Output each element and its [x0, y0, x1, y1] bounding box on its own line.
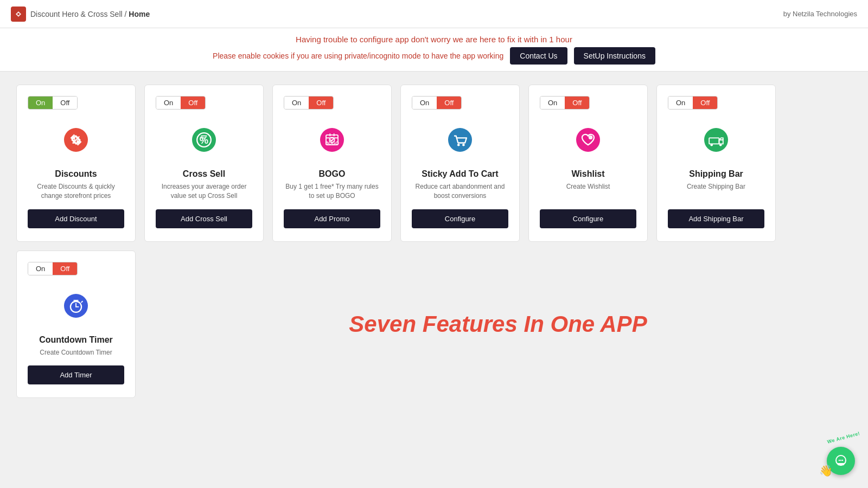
toggle-off-cross-sell[interactable]: Off: [181, 97, 205, 109]
toggle-on-bogo[interactable]: On: [284, 97, 309, 109]
promo-text: Seven Features In One APP: [144, 251, 852, 399]
svg-point-35: [840, 460, 841, 461]
svg-point-15: [448, 128, 472, 152]
card-btn-shipping-bar[interactable]: Add Shipping Bar: [668, 209, 764, 228]
toggle-sticky-cart[interactable]: On Off: [412, 96, 462, 110]
card-desc-countdown: Create Countdown Timer: [40, 348, 112, 357]
icon-bogo: BOGO: [310, 118, 354, 162]
svg-text:BOGO: BOGO: [325, 141, 339, 146]
svg-point-36: [842, 460, 843, 461]
contact-us-button[interactable]: Contact Us: [510, 47, 567, 65]
card-desc-cross-sell: Increases your average order value set u…: [156, 182, 252, 201]
svg-point-16: [457, 144, 460, 146]
icon-countdown: [54, 284, 98, 328]
card-bogo: On Off BOGO BOGO Buy 1 get 1 free* Try m…: [272, 85, 392, 242]
svg-point-22: [704, 128, 728, 152]
toggle-cross-sell[interactable]: On Off: [156, 96, 206, 110]
svg-text:%: %: [200, 134, 208, 146]
icon-wishlist: [566, 118, 610, 162]
card-desc-shipping-bar: Create Shipping Bar: [687, 182, 745, 201]
bottom-row: On Off Countdown Timer Create Countdown …: [16, 251, 852, 399]
banner-line2-wrap: Please enable cookies if you are using p…: [11, 47, 857, 65]
icon-cross-sell: %: [182, 118, 226, 162]
card-title-countdown: Countdown Timer: [39, 335, 113, 345]
card-title-sticky-cart: Sticky Add To Cart: [422, 169, 498, 179]
card-title-shipping-bar: Shipping Bar: [689, 169, 743, 179]
banner-line2: Please enable cookies if you are using p…: [213, 52, 503, 60]
card-title-cross-sell: Cross Sell: [183, 169, 225, 179]
chat-bubble[interactable]: We Are Here! 👋: [827, 447, 855, 475]
toggle-shipping-bar[interactable]: On Off: [668, 96, 718, 110]
svg-line-32: [81, 301, 82, 302]
svg-point-1: [17, 13, 20, 15]
chat-emoji: 👋: [819, 464, 833, 477]
notice-banner: Having trouble to configure app don't wo…: [0, 28, 868, 72]
svg-point-24: [710, 144, 713, 146]
icon-shipping-bar: [694, 118, 738, 162]
toggle-off-wishlist[interactable]: Off: [565, 97, 589, 109]
svg-text:%: %: [72, 134, 80, 146]
toggle-wishlist[interactable]: On Off: [540, 96, 590, 110]
svg-point-34: [839, 460, 840, 461]
chat-button[interactable]: We Are Here! 👋: [827, 447, 855, 475]
icon-discounts: %: [54, 118, 98, 162]
card-shipping-bar: On Off Shipping Bar Create Shipping Bar …: [656, 85, 776, 242]
card-desc-bogo: Buy 1 get 1 free* Try many rules to set …: [284, 182, 380, 201]
toggle-off-bogo[interactable]: Off: [309, 97, 333, 109]
card-btn-cross-sell[interactable]: Add Cross Sell: [156, 209, 252, 228]
svg-point-18: [576, 128, 600, 152]
icon-sticky-cart: [438, 118, 482, 162]
breadcrumb: Discount Hero & Cross Sell / Home: [30, 10, 150, 18]
card-btn-bogo[interactable]: Add Promo: [284, 209, 380, 228]
banner-line1: Having trouble to configure app don't wo…: [11, 35, 857, 44]
card-title-wishlist: Wishlist: [571, 169, 604, 179]
card-btn-sticky-cart[interactable]: Configure: [412, 209, 508, 228]
card-desc-wishlist: Create Wishlist: [566, 182, 610, 201]
card-btn-countdown[interactable]: Add Timer: [28, 365, 124, 384]
toggle-off-shipping-bar[interactable]: Off: [693, 97, 717, 109]
card-title-discounts: Discounts: [55, 169, 97, 179]
toggle-on-cross-sell[interactable]: On: [156, 97, 181, 109]
toggle-off-discounts[interactable]: Off: [53, 97, 77, 109]
card-title-bogo: BOGO: [319, 169, 346, 179]
svg-point-17: [462, 144, 465, 146]
toggle-bogo[interactable]: On Off: [284, 96, 334, 110]
card-desc-sticky-cart: Reduce cart abandonment and boost conver…: [412, 182, 508, 201]
main-content: On Off % Discounts Create Discounts & qu…: [0, 72, 868, 411]
toggle-countdown[interactable]: On Off: [28, 262, 78, 275]
toggle-off-sticky-cart[interactable]: Off: [437, 97, 461, 109]
toggle-on-wishlist[interactable]: On: [540, 97, 565, 109]
toggle-on-discounts[interactable]: On: [28, 97, 53, 109]
card-wishlist: On Off Wishlist Create Wishlist Configur…: [528, 85, 648, 242]
card-discounts: On Off % Discounts Create Discounts & qu…: [16, 85, 136, 242]
chat-label: We Are Here!: [827, 431, 861, 445]
svg-point-25: [719, 144, 722, 146]
toggle-on-sticky-cart[interactable]: On: [412, 97, 437, 109]
app-logo: [11, 7, 26, 22]
card-sticky-cart: On Off Sticky Add To Cart Reduce cart ab…: [400, 85, 520, 242]
toggle-off-countdown[interactable]: Off: [53, 262, 77, 275]
card-countdown: On Off Countdown Timer Create Countdown …: [16, 251, 136, 399]
toggle-on-countdown[interactable]: On: [28, 262, 53, 275]
card-btn-discounts[interactable]: Add Discount: [28, 209, 124, 228]
setup-instructions-button[interactable]: SetUp Instructions: [574, 47, 655, 65]
cards-row-1: On Off % Discounts Create Discounts & qu…: [16, 85, 852, 242]
card-cross-sell: On Off % Cross Sell Increases your avera…: [144, 85, 264, 242]
toggle-on-shipping-bar[interactable]: On: [668, 97, 693, 109]
header-left: Discount Hero & Cross Sell / Home: [11, 7, 150, 22]
card-desc-discounts: Create Discounts & quickly change storef…: [28, 182, 124, 201]
card-btn-wishlist[interactable]: Configure: [540, 209, 636, 228]
toggle-discounts[interactable]: On Off: [28, 96, 78, 110]
home-link[interactable]: Home: [129, 10, 150, 18]
by-label: by Netzila Technologies: [783, 10, 857, 18]
app-header: Discount Hero & Cross Sell / Home by Net…: [0, 0, 868, 28]
